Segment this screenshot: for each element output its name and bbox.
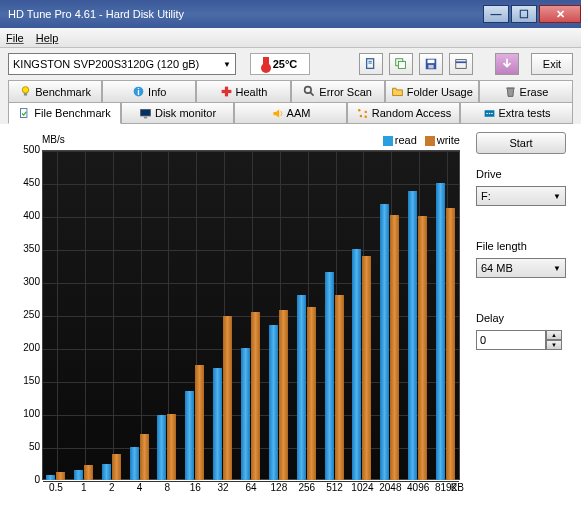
tab-file-benchmark[interactable]: File Benchmark — [8, 102, 121, 124]
tab-benchmark[interactable]: Benchmark — [8, 80, 102, 102]
file-length-label: File length — [476, 240, 566, 252]
x-tick: 1024 — [350, 482, 374, 493]
spin-down-icon[interactable]: ▼ — [546, 340, 562, 350]
chart-legend: read write — [383, 134, 460, 146]
chevron-down-icon: ▼ — [223, 60, 231, 69]
info-icon: i — [132, 85, 145, 98]
delay-input[interactable] — [476, 330, 546, 350]
chevron-down-icon: ▼ — [553, 264, 561, 273]
tab-erase[interactable]: Erase — [479, 80, 573, 102]
side-panel: Start Drive F:▼ File length 64 MB▼ Delay… — [466, 132, 566, 506]
y-tick: 200 — [10, 342, 40, 353]
extra-icon — [483, 107, 496, 120]
chevron-down-icon: ▼ — [553, 192, 561, 201]
legend-read-label: read — [395, 134, 417, 146]
tab-folder-usage[interactable]: Folder Usage — [385, 80, 479, 102]
bar-write — [279, 310, 288, 480]
y-tick: 150 — [10, 375, 40, 386]
svg-rect-18 — [506, 87, 514, 89]
y-axis-unit: MB/s — [42, 134, 65, 145]
options-button[interactable] — [449, 53, 473, 75]
tab-info[interactable]: iInfo — [102, 80, 196, 102]
svg-rect-8 — [456, 60, 467, 69]
save-button[interactable] — [419, 53, 443, 75]
trash-icon — [504, 85, 517, 98]
svg-rect-6 — [428, 60, 435, 64]
content-area: MB/s read write KB 050100150200250300350… — [0, 124, 581, 514]
svg-point-29 — [491, 112, 493, 114]
folder-icon — [391, 85, 404, 98]
bar-write — [112, 454, 121, 480]
bar-read — [185, 391, 194, 480]
bar-write — [251, 312, 260, 480]
x-tick: 256 — [295, 482, 319, 493]
bar-write — [56, 472, 65, 480]
bar-read — [325, 272, 334, 480]
download-button[interactable] — [495, 53, 519, 75]
screenshot-button[interactable] — [389, 53, 413, 75]
svg-rect-21 — [144, 116, 147, 118]
x-tick: 4 — [128, 482, 152, 493]
bar-write — [223, 316, 232, 480]
svg-rect-7 — [428, 65, 433, 69]
tab-health[interactable]: Health — [196, 80, 290, 102]
start-button[interactable]: Start — [476, 132, 566, 154]
file-length-select[interactable]: 64 MB▼ — [476, 258, 566, 278]
tab-random-access[interactable]: Random Access — [347, 102, 460, 124]
legend-read-swatch — [383, 136, 393, 146]
tab-error-scan[interactable]: Error Scan — [291, 80, 385, 102]
minimize-button[interactable]: — — [483, 5, 509, 23]
download-arrow-icon — [500, 57, 514, 71]
exit-button[interactable]: Exit — [531, 53, 573, 75]
bar-read — [380, 204, 389, 480]
svg-point-10 — [23, 87, 30, 94]
bar-write — [167, 414, 176, 480]
bulb-icon — [19, 85, 32, 98]
x-tick: 2 — [100, 482, 124, 493]
menu-bar: File Help — [0, 28, 581, 48]
bar-read — [130, 447, 139, 480]
maximize-button[interactable]: ☐ — [511, 5, 537, 23]
tab-disk-monitor[interactable]: Disk monitor — [121, 102, 234, 124]
y-tick: 400 — [10, 210, 40, 221]
svg-point-25 — [364, 115, 366, 117]
x-tick: 16 — [183, 482, 207, 493]
bar-write — [362, 256, 371, 480]
drive-letter-select[interactable]: F:▼ — [476, 186, 566, 206]
x-tick: 2048 — [378, 482, 402, 493]
x-tick: 4096 — [406, 482, 430, 493]
bar-write — [446, 208, 455, 480]
chart-area: MB/s read write KB 050100150200250300350… — [8, 132, 466, 502]
delay-label: Delay — [476, 312, 566, 324]
legend-write-swatch — [425, 136, 435, 146]
tab-extra-tests[interactable]: Extra tests — [460, 102, 573, 124]
svg-rect-20 — [141, 109, 151, 116]
svg-text:i: i — [137, 87, 139, 97]
copy-info-button[interactable] — [359, 53, 383, 75]
bar-read — [241, 348, 250, 480]
menu-file[interactable]: File — [6, 32, 24, 44]
y-tick: 350 — [10, 243, 40, 254]
drive-select[interactable]: KINGSTON SVP200S3120G (120 gB) ▼ — [8, 53, 236, 75]
toolbar: KINGSTON SVP200S3120G (120 gB) ▼ 25°C Ex… — [0, 48, 581, 80]
delay-spinner[interactable]: ▲▼ — [476, 330, 566, 350]
bar-write — [335, 295, 344, 480]
svg-line-17 — [311, 92, 314, 95]
bar-read — [46, 475, 55, 480]
x-tick: 1 — [72, 482, 96, 493]
tab-aam[interactable]: AAM — [234, 102, 347, 124]
y-tick: 500 — [10, 144, 40, 155]
temperature-value: 25°C — [273, 58, 298, 70]
bar-read — [352, 249, 361, 480]
thermometer-icon — [263, 57, 269, 71]
spin-up-icon[interactable]: ▲ — [546, 330, 562, 340]
bar-write — [84, 465, 93, 480]
close-button[interactable]: ✕ — [539, 5, 581, 23]
y-tick: 50 — [10, 441, 40, 452]
menu-help[interactable]: Help — [36, 32, 59, 44]
svg-point-23 — [364, 110, 366, 112]
floppy-icon — [424, 57, 438, 71]
bar-read — [74, 470, 83, 480]
drive-label: Drive — [476, 168, 566, 180]
bar-write — [195, 365, 204, 481]
